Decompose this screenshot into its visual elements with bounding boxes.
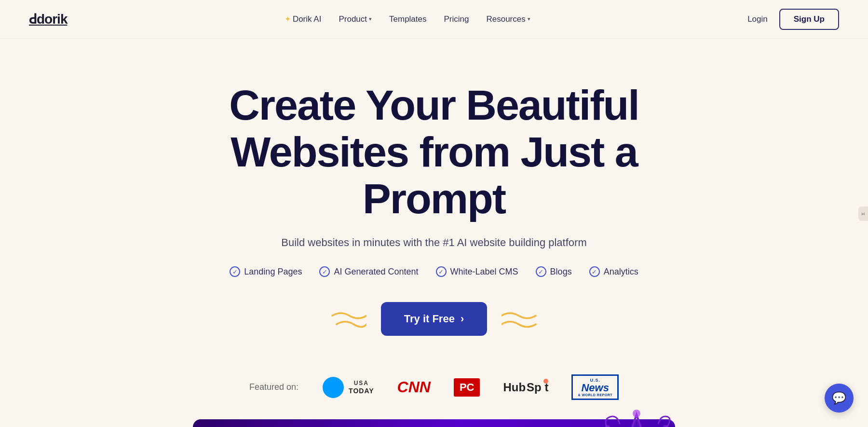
featured-section: Featured on: USA TODAY CNN PC Hub Sp bbox=[249, 374, 619, 400]
try-free-label: Try it Free bbox=[404, 313, 455, 325]
nav-links: ✦ Dorik AI Product ▾ Templates Pricing R… bbox=[285, 14, 530, 24]
check-icon-white-label: ✓ bbox=[436, 266, 447, 277]
nav-resources-label: Resources bbox=[486, 14, 525, 24]
check-icon-landing-pages: ✓ bbox=[230, 266, 240, 277]
feature-label-ai-content: AI Generated Content bbox=[334, 267, 418, 277]
features-row: ✓ Landing Pages ✓ AI Generated Content ✓… bbox=[230, 266, 638, 277]
nav-templates-label: Templates bbox=[389, 14, 426, 24]
check-icon-blogs: ✓ bbox=[536, 266, 546, 277]
pc-logo: PC bbox=[454, 378, 480, 397]
featured-label: Featured on: bbox=[249, 382, 298, 392]
usnews-logo: U.S. News & WORLD REPORT bbox=[571, 374, 619, 400]
collapse-arrow-icon: ›‹ bbox=[861, 210, 865, 217]
collapse-panel-button[interactable]: ›‹ bbox=[858, 207, 868, 221]
featured-logos: USA TODAY CNN PC Hub Sp t U. bbox=[323, 374, 619, 400]
nav-auth: Login Sign Up bbox=[747, 9, 839, 30]
signup-label: Sign Up bbox=[794, 14, 825, 24]
hero-title: Create Your Beautiful Websites from Just… bbox=[169, 82, 699, 222]
logo-wordmark: dorik bbox=[37, 12, 67, 27]
squiggle-right-decoration bbox=[502, 307, 540, 331]
feature-item-blogs: ✓ Blogs bbox=[536, 266, 572, 277]
cnn-logo: CNN bbox=[397, 378, 431, 396]
nav-item-dorik-ai[interactable]: ✦ Dorik AI bbox=[285, 14, 322, 24]
product-chevron-icon: ▾ bbox=[369, 16, 372, 22]
usa-today-text: USA TODAY bbox=[349, 380, 374, 395]
feature-item-analytics: ✓ Analytics bbox=[589, 266, 638, 277]
star-icon: ✦ bbox=[285, 14, 291, 24]
nav-item-templates[interactable]: Templates bbox=[389, 14, 426, 24]
nav-pricing-label: Pricing bbox=[444, 14, 469, 24]
nav-item-pricing[interactable]: Pricing bbox=[444, 14, 469, 24]
check-icon-analytics: ✓ bbox=[589, 266, 600, 277]
usa-today-dot-icon bbox=[323, 377, 344, 398]
feature-label-white-label: White-Label CMS bbox=[450, 267, 518, 277]
hubspot-logo: Hub Sp t bbox=[503, 381, 548, 394]
chat-icon: 💬 bbox=[832, 391, 846, 405]
check-icon-ai-content: ✓ bbox=[319, 266, 330, 277]
nav-ai-label: Dorik AI bbox=[293, 14, 322, 24]
preview-box bbox=[193, 419, 675, 427]
login-link[interactable]: Login bbox=[747, 14, 768, 24]
try-free-button[interactable]: Try it Free › bbox=[381, 302, 487, 336]
nav-item-resources[interactable]: Resources ▾ bbox=[486, 14, 530, 24]
hero-subtitle: Build websites in minutes with the #1 AI… bbox=[281, 236, 586, 249]
chat-button[interactable]: 💬 bbox=[825, 384, 854, 413]
usa-today-logo: USA TODAY bbox=[323, 377, 374, 398]
hero-section: Create Your Beautiful Websites from Just… bbox=[0, 39, 868, 427]
nav-product-label: Product bbox=[339, 14, 367, 24]
svg-point-2 bbox=[633, 410, 640, 417]
navbar: ꓒdorik ✦ Dorik AI Product ▾ Templates Pr… bbox=[0, 0, 868, 39]
signup-button[interactable]: Sign Up bbox=[779, 9, 839, 30]
feature-label-blogs: Blogs bbox=[550, 267, 572, 277]
login-label: Login bbox=[747, 14, 768, 24]
feature-label-landing-pages: Landing Pages bbox=[244, 267, 302, 277]
crown-decoration bbox=[593, 400, 680, 427]
cta-arrow-icon: › bbox=[461, 313, 464, 325]
cta-area: Try it Free › bbox=[328, 302, 540, 336]
squiggle-left-decoration bbox=[328, 307, 366, 331]
feature-item-white-label: ✓ White-Label CMS bbox=[436, 266, 518, 277]
preview-section bbox=[19, 419, 849, 427]
feature-item-landing-pages: ✓ Landing Pages bbox=[230, 266, 302, 277]
logo[interactable]: ꓒdorik bbox=[29, 11, 67, 27]
feature-label-analytics: Analytics bbox=[604, 267, 638, 277]
nav-item-product[interactable]: Product ▾ bbox=[339, 14, 372, 24]
logo-text: ꓒdorik bbox=[29, 11, 67, 27]
resources-chevron-icon: ▾ bbox=[528, 16, 530, 22]
feature-item-ai-content: ✓ AI Generated Content bbox=[319, 266, 418, 277]
